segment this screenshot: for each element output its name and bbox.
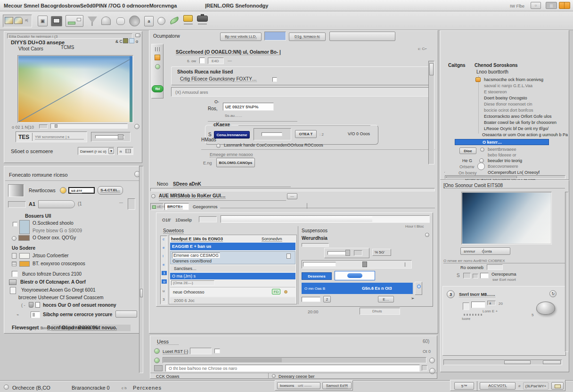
zoom-mini-box[interactable] [39,124,48,129]
memory-dropdown-arrow[interactable]: ▾ [108,148,114,154]
stepper-e-button[interactable]: E… [378,296,394,302]
watch-slider-thumb[interactable] [362,261,367,267]
stepper-count[interactable]: 2 [323,296,331,302]
doc-icon[interactable] [35,302,40,308]
otea-button[interactable]: OTEA T [295,130,317,138]
tcs-value-input[interactable]: YW scronsrcovne | s [35,135,84,139]
uess-input[interactable]: O tht bee ba/Noo ne Chrose os naro [165,365,420,372]
viewer-window-strip[interactable]: Eilia Ducstcr fw neirmson i (3 [7,33,132,39]
tree-item-7[interactable]: Boater cowol be uk fiorty br chooooren [484,120,557,125]
titlebar-bars-button[interactable]: ||| [546,2,557,9]
comparison-button2[interactable]: D1g. tcmaco-tc [289,33,326,41]
uess-row1-box[interactable] [190,348,212,354]
watch-mini-bar[interactable] [302,243,329,247]
menu-item-1[interactable]: Mecour Smnel Bacogrdosbrow [4,3,80,8]
uess-progressbar[interactable] [163,357,426,363]
watch-slider[interactable] [302,260,412,269]
dioe-item2[interactable]: bebo fdeeee or [488,153,516,157]
dioe-button[interactable]: Dioe [459,147,476,154]
shoots-checkbox[interactable] [272,77,277,82]
daselip-box[interactable] [199,216,217,222]
uess-row3-rightbox[interactable] [422,365,427,371]
tree-hscroll[interactable] [445,175,565,179]
trash-icon[interactable] [29,302,33,308]
viewer2-hscroll[interactable] [443,359,562,365]
blue-swatch-icon[interactable] [129,38,134,43]
rail-glyph-5[interactable]: o [162,279,167,284]
rail-glyph-0[interactable]: c [163,237,164,241]
uess-right-button1[interactable] [429,358,435,363]
tree-item-8[interactable]: LReooe Ocyric bf De orrit rry tf/go/ [484,126,548,131]
tab-strip-seg1[interactable]: oE=Br [150,203,164,210]
tree-item-9[interactable]: Oseaacrta or uom Ooe action g uurnouh b … [482,132,568,137]
accvotl-button[interactable]: ACC'VOTL [480,382,516,390]
dialog-vscroll-thumb[interactable] [429,63,434,75]
daselip-bar[interactable] [221,215,430,223]
control-panel-button[interactable] [65,15,83,27]
tool-yellow-icon[interactable] [60,187,66,194]
tree-root[interactable]: Lnoo buorttorth [476,69,508,74]
left-vscrollbar-thumb[interactable] [140,289,143,297]
table-row6[interactable]: neue Orhoeosso FD [170,287,295,296]
rail-glyph-2[interactable]: l [163,254,164,258]
photo-pair-button[interactable]: a| [3,15,32,27]
folder-button[interactable] [551,382,564,390]
boesons-button[interactable]: boesons urti —— [277,382,320,389]
tree-hscroll-thumb[interactable] [446,176,517,178]
five-button[interactable]: 5™ [454,382,474,390]
zoom-slider-track[interactable] [50,123,128,129]
table-row-selected2[interactable]: O ma (Jrn) s [170,273,295,279]
meter-handle[interactable] [118,134,123,139]
tool-row-input[interactable]: uz-z=r [68,187,95,194]
watch-blue-row[interactable]: O mn Oas B G5n.6 Es n OI3 [302,283,413,294]
snnnur-button[interactable]: snnnur Conta [460,247,510,255]
zoom-reset-button[interactable] [134,124,139,129]
a1-right-box[interactable] [128,198,135,210]
watch-pct-box[interactable]: % 5G' [372,249,391,256]
dhuis-box[interactable]: Dhuis [360,308,400,315]
scheduler-mini-button[interactable]: — [287,193,297,199]
item11-toggle[interactable] [31,311,40,318]
watch-pill-box[interactable] [335,271,375,280]
rail-lines-icon[interactable] [155,47,160,51]
viewer2-image[interactable] [462,193,551,244]
table-row7[interactable]: 2000 6 Joc [170,297,295,304]
stepper-box[interactable] [302,297,320,302]
scheduler-radio[interactable] [151,194,156,198]
bolo-button[interactable]: BOLOMG.CANOps [216,158,255,167]
item6-checkbox[interactable] [12,271,18,277]
preview-image[interactable] [18,56,132,122]
ckaexe-inner-box[interactable] [254,128,291,140]
viewer2-icon-box1[interactable] [463,273,471,278]
a1-arrow[interactable] [38,200,75,208]
memory-spinner[interactable]: n [117,147,133,155]
leaf-button[interactable] [170,18,181,25]
viewer2-icon-box2[interactable] [473,274,478,278]
section-refresh-button[interactable]: ↻ [549,290,557,297]
tree-item-2[interactable]: E steoereon [484,90,507,94]
viewer2-hscroll-button[interactable] [543,360,561,364]
tab-strip-seg2[interactable]: BROTE= [164,203,189,210]
uess-row3-leftbox[interactable] [154,365,163,371]
camera-button[interactable] [197,14,209,27]
lpse-button[interactable]: (3LPse'WY+ [523,382,548,390]
rail-glyph-6[interactable]: u [163,289,164,293]
watch-pill[interactable] [347,273,362,278]
table-row2[interactable]: Errenwe caro CESMOG Oarenes coon/Bored [170,251,295,264]
uess-row1-mini[interactable] [214,349,220,353]
titlebar-orange-button[interactable] [559,2,570,9]
tree-item-3[interactable]: Doert boeisy Oncogsto [484,96,527,100]
blue-action-button[interactable]: Cenu.lrennanene [214,131,250,139]
menu-item-2[interactable]: Se0d0PlN¥ /7OG 0 odrnooreMorcnvnga [80,3,177,8]
ros-input[interactable]: UE 0922Y 5%P% [223,103,274,111]
comparison-sub-box[interactable] [199,57,205,64]
save-button[interactable] [183,14,194,27]
item1-checkbox[interactable] [13,222,17,227]
tree-item-4[interactable]: Diese tfonor nooenoet cin [484,102,532,106]
table-row-selected1[interactable]: EAGGIB E + ban us [170,243,295,250]
tree-item-5[interactable]: bocicie ocirot dort bonfcos [484,108,533,113]
sequences-corner-icon[interactable] [425,233,429,237]
rail-glyph-4[interactable]: 1 [162,271,167,275]
comparison-blue-input[interactable] [264,32,286,41]
monitor-button[interactable] [51,16,62,26]
